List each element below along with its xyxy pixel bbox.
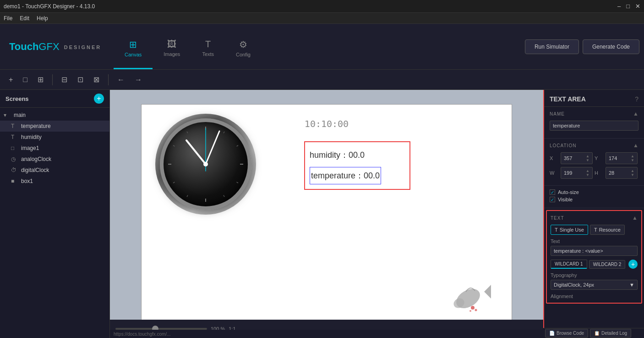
toolbar-tabs: ⊞ Canvas 🖼 Images T Texts ⚙ Config: [114, 24, 262, 69]
tab-single-use[interactable]: T Single Use: [551, 225, 588, 235]
location-collapse[interactable]: ▲: [633, 142, 639, 149]
sidebar-item-analogclock[interactable]: ◷ analogClock: [0, 154, 109, 165]
text-tabs: T Single Use T Resource: [551, 225, 638, 235]
run-simulator-button[interactable]: Run Simulator: [525, 39, 579, 54]
y-input[interactable]: 174 ▲ ▼: [606, 152, 638, 164]
align-center-button[interactable]: ⊡: [73, 73, 87, 86]
maximize-button[interactable]: □: [626, 3, 630, 10]
svg-line-7: [187, 195, 188, 196]
url-bar: https://docs.touchgfx.com/...: [110, 330, 543, 338]
w-input[interactable]: 199 ▲ ▼: [561, 167, 593, 179]
text-icon: T: [11, 123, 18, 129]
tab-resource[interactable]: T Resource: [590, 225, 625, 235]
toolbar-divider: [52, 74, 53, 85]
url-text: https://docs.touchgfx.com/...: [114, 332, 171, 337]
options-section: ✓ Auto-size ✓ Visible: [544, 186, 644, 208]
autosize-row: ✓ Auto-size: [550, 189, 639, 195]
h-input[interactable]: 28 ▲ ▼: [606, 167, 638, 179]
close-button[interactable]: ✕: [635, 3, 640, 10]
alignment-label: Alignment: [551, 294, 638, 299]
undo-button[interactable]: ←: [113, 73, 129, 86]
detailed-log-button[interactable]: 📋 Detailed Log: [590, 329, 631, 338]
svg-line-10: [173, 145, 175, 146]
add-wildcard-button[interactable]: +: [628, 260, 638, 269]
text-collapse[interactable]: ▲: [632, 215, 638, 221]
name-collapse[interactable]: ▲: [633, 111, 639, 117]
text-value-input[interactable]: [551, 246, 638, 256]
autosize-label: Auto-size: [558, 189, 579, 195]
sidebar-item-humidity[interactable]: T humidity: [0, 132, 109, 143]
canvas-view-button[interactable]: □: [19, 73, 32, 86]
tab-config[interactable]: ⚙ Config: [225, 28, 262, 69]
detailed-log-label: Detailed Log: [601, 331, 627, 336]
tab-texts[interactable]: T Texts: [191, 28, 225, 69]
y-spinner[interactable]: ▲ ▼: [631, 154, 634, 162]
sidebar-analogclock-label: analogClock: [21, 156, 51, 162]
x-input[interactable]: 357 ▲ ▼: [561, 152, 593, 164]
sidebar-title: Screens: [5, 95, 29, 102]
w-spinner[interactable]: ▲ ▼: [586, 169, 589, 177]
menu-help[interactable]: Help: [37, 15, 48, 22]
svg-line-13: [206, 131, 219, 164]
sidebar-box1-label: box1: [21, 178, 33, 184]
tab-canvas[interactable]: ⊞ Canvas: [114, 28, 153, 69]
canvas-frame: 10:10:00: [141, 104, 512, 324]
visible-checkbox[interactable]: ✓: [550, 197, 555, 202]
menu-file[interactable]: File: [4, 15, 12, 22]
minimize-button[interactable]: –: [617, 3, 621, 10]
redo-button[interactable]: →: [131, 73, 146, 86]
log-icon: 📋: [594, 331, 600, 336]
location-section: LOCATION ▲ X 357 ▲ ▼ Y 174: [544, 139, 644, 186]
clock-container[interactable]: [160, 118, 251, 210]
add-screen-button[interactable]: +: [94, 94, 104, 104]
sidebar-main-label: main: [14, 112, 26, 118]
sidebar-item-box1[interactable]: ■ box1: [0, 176, 109, 187]
digital-clock-icon: ⏱: [11, 167, 18, 173]
sensor-box[interactable]: humidity：00.0 temperature：00.0: [304, 141, 410, 190]
fish-decoration: [448, 273, 493, 319]
t-icon: T: [555, 227, 558, 233]
grid-view-button[interactable]: ⊞: [33, 73, 48, 86]
svg-point-21: [469, 310, 471, 312]
h-spinner[interactable]: ▲ ▼: [631, 169, 634, 177]
svg-line-1: [224, 131, 224, 133]
location-section-header: LOCATION ▲: [550, 142, 639, 149]
wildcard1-button[interactable]: WILDCARD 1: [551, 260, 587, 269]
clock-icon: ◷: [11, 156, 18, 162]
menu-edit[interactable]: Edit: [20, 15, 29, 22]
sidebar-humidity-label: humidity: [21, 134, 42, 140]
image-icon: □: [11, 145, 18, 151]
svg-line-8: [173, 182, 175, 183]
h-label: H: [595, 170, 604, 176]
add-screen-button[interactable]: +: [5, 73, 17, 86]
align-left-button[interactable]: ⊟: [57, 73, 71, 86]
right-panel-header: TEXT AREA ?: [544, 90, 644, 107]
x-spinner[interactable]: ▲ ▼: [586, 154, 589, 162]
sidebar-item-digitalclock[interactable]: ⏱ digitalClock: [0, 165, 109, 176]
tab-images[interactable]: 🖼 Images: [153, 28, 191, 69]
svg-line-4: [237, 182, 238, 183]
svg-point-20: [475, 309, 477, 311]
digital-time: 10:10:00: [305, 118, 349, 129]
canvas-area[interactable]: 10:10:00: [110, 90, 543, 338]
sidebar-item-temperature[interactable]: T temperature: [0, 121, 109, 132]
align-right-button[interactable]: ⊠: [89, 73, 104, 86]
visible-row: ✓ Visible: [550, 197, 639, 202]
sidebar-item-image1[interactable]: □ image1: [0, 143, 109, 154]
sidebar: Screens + ▾ main T temperature T humidit…: [0, 90, 110, 338]
name-input[interactable]: [550, 121, 639, 131]
toolbar-divider-2: [108, 74, 109, 85]
resource-label: Resource: [599, 227, 621, 233]
generate-code-button[interactable]: Generate Code: [583, 39, 639, 54]
w-label: W: [550, 170, 559, 176]
config-icon: ⚙: [239, 39, 247, 50]
wildcard2-button[interactable]: WILDCARD 2: [589, 260, 626, 269]
help-button[interactable]: ?: [635, 95, 639, 103]
autosize-checkbox[interactable]: ✓: [550, 189, 555, 195]
browse-code-button[interactable]: 📄 Browse Code: [545, 329, 588, 338]
text-icon-2: T: [11, 134, 18, 140]
window-controls[interactable]: – □ ✕: [617, 3, 640, 10]
sidebar-item-main[interactable]: ▾ main: [0, 110, 109, 121]
humidity-display: humidity：00.0: [310, 147, 405, 163]
typography-select[interactable]: DigitalClock, 24px ▼: [551, 280, 638, 290]
